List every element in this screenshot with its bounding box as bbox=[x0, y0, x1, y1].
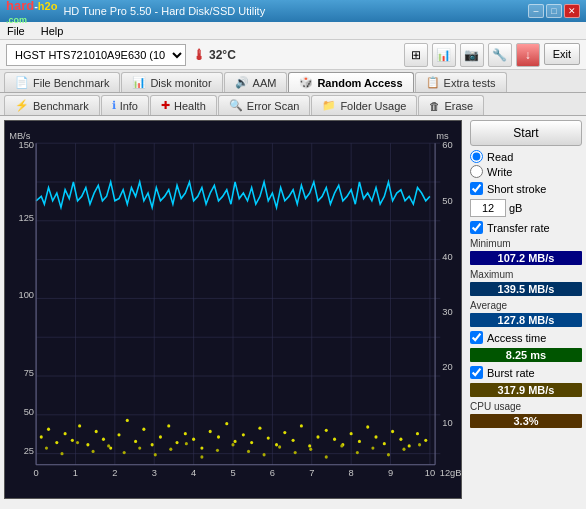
access-time-value: 8.25 ms bbox=[470, 348, 582, 362]
title-bar: hard-h2o.com HD Tune Pro 5.50 - Hard Dis… bbox=[0, 0, 586, 22]
chart-area: 150 125 100 75 50 25 MB/s ms 60 50 40 30… bbox=[4, 120, 462, 499]
icon-btn-3[interactable]: 📷 bbox=[460, 43, 484, 67]
read-radio-label[interactable]: Read bbox=[470, 150, 582, 163]
svg-point-68 bbox=[308, 444, 311, 447]
burst-rate-value: 317.9 MB/s bbox=[470, 383, 582, 397]
svg-text:10: 10 bbox=[425, 467, 435, 478]
burst-rate-label: Burst rate bbox=[487, 367, 535, 379]
read-radio[interactable] bbox=[470, 150, 483, 163]
start-button[interactable]: Start bbox=[470, 120, 582, 146]
average-label: Average bbox=[470, 300, 582, 311]
svg-point-45 bbox=[117, 433, 120, 436]
short-stroke-input[interactable] bbox=[470, 199, 506, 217]
info-icon: ℹ bbox=[112, 99, 116, 112]
read-label: Read bbox=[487, 151, 513, 163]
maximum-label: Maximum bbox=[470, 269, 582, 280]
svg-point-71 bbox=[333, 438, 336, 441]
benchmark-label: Benchmark bbox=[33, 100, 89, 112]
svg-text:20: 20 bbox=[442, 361, 452, 372]
svg-point-41 bbox=[86, 443, 89, 446]
exit-button[interactable]: Exit bbox=[544, 43, 580, 65]
tab-benchmark[interactable]: ⚡ Benchmark bbox=[4, 95, 100, 115]
svg-point-59 bbox=[234, 440, 237, 443]
icon-btn-4[interactable]: 🔧 bbox=[488, 43, 512, 67]
disk-monitor-icon: 📊 bbox=[132, 76, 146, 89]
temperature-value: 32°C bbox=[209, 48, 236, 62]
svg-point-51 bbox=[167, 424, 170, 427]
transfer-rate-label: Transfer rate bbox=[487, 222, 550, 234]
folder-usage-label: Folder Usage bbox=[340, 100, 406, 112]
tab-info[interactable]: ℹ Info bbox=[101, 95, 149, 115]
close-button[interactable]: ✕ bbox=[564, 4, 580, 18]
svg-text:5: 5 bbox=[230, 467, 235, 478]
extra-tests-label: Extra tests bbox=[444, 77, 496, 89]
maximum-section: Maximum 139.5 MB/s bbox=[470, 269, 582, 296]
svg-point-60 bbox=[242, 433, 245, 436]
svg-point-86 bbox=[92, 450, 95, 453]
svg-point-53 bbox=[184, 432, 187, 435]
menu-help[interactable]: Help bbox=[38, 25, 67, 37]
transfer-rate-checkbox[interactable] bbox=[470, 221, 483, 234]
svg-point-42 bbox=[95, 430, 98, 433]
write-radio-label[interactable]: Write bbox=[470, 165, 582, 178]
svg-point-67 bbox=[300, 424, 303, 427]
file-benchmark-label: File Benchmark bbox=[33, 77, 109, 89]
erase-icon: 🗑 bbox=[429, 100, 440, 112]
access-time-checkbox[interactable] bbox=[470, 331, 483, 344]
tab-aam[interactable]: 🔊 AAM bbox=[224, 72, 288, 92]
window-controls: – □ ✕ bbox=[528, 4, 580, 18]
svg-point-90 bbox=[154, 453, 157, 456]
svg-point-57 bbox=[217, 435, 220, 438]
svg-text:4: 4 bbox=[191, 467, 197, 478]
tab-file-benchmark[interactable]: 📄 File Benchmark bbox=[4, 72, 120, 92]
mode-radio-group: Read Write bbox=[470, 150, 582, 178]
tab-error-scan[interactable]: 🔍 Error Scan bbox=[218, 95, 311, 115]
logo-h2o: h2o bbox=[38, 0, 58, 12]
drive-selector[interactable]: HGST HTS721010A9E630 (1000 gB) bbox=[6, 44, 186, 66]
svg-point-35 bbox=[40, 435, 43, 438]
menu-file[interactable]: File bbox=[4, 25, 28, 37]
write-radio[interactable] bbox=[470, 165, 483, 178]
toolbar-icons: ⊞ 📊 📷 🔧 ↓ Exit bbox=[404, 43, 580, 67]
svg-point-80 bbox=[408, 444, 411, 447]
minimize-button[interactable]: – bbox=[528, 4, 544, 18]
svg-point-40 bbox=[78, 424, 81, 427]
average-value: 127.8 MB/s bbox=[470, 313, 582, 327]
svg-point-36 bbox=[47, 428, 50, 431]
svg-point-96 bbox=[247, 450, 250, 453]
burst-rate-checkbox[interactable] bbox=[470, 366, 483, 379]
svg-text:40: 40 bbox=[442, 250, 452, 261]
svg-text:6: 6 bbox=[270, 467, 275, 478]
svg-text:125: 125 bbox=[18, 211, 34, 222]
svg-text:MB/s: MB/s bbox=[9, 129, 30, 140]
access-time-checkbox-row: Access time bbox=[470, 331, 582, 344]
menu-bar: File Help bbox=[0, 22, 586, 40]
svg-point-70 bbox=[325, 429, 328, 432]
svg-text:7: 7 bbox=[309, 467, 314, 478]
tab-folder-usage[interactable]: 📁 Folder Usage bbox=[311, 95, 417, 115]
random-access-label: Random Access bbox=[317, 77, 402, 89]
icon-btn-2[interactable]: 📊 bbox=[432, 43, 456, 67]
icon-btn-5[interactable]: ↓ bbox=[516, 43, 540, 67]
tab-extra-tests[interactable]: 📋 Extra tests bbox=[415, 72, 507, 92]
svg-point-38 bbox=[64, 432, 67, 435]
short-stroke-checkbox[interactable] bbox=[470, 182, 483, 195]
svg-text:0: 0 bbox=[33, 467, 38, 478]
right-panel: Start Read Write Short stroke gB Transfe… bbox=[466, 116, 586, 503]
tab-random-access[interactable]: 🎲 Random Access bbox=[288, 72, 413, 92]
tab-erase[interactable]: 🗑 Erase bbox=[418, 95, 484, 115]
app-logo: hard-h2o.com bbox=[6, 0, 57, 25]
svg-point-84 bbox=[60, 452, 63, 455]
short-stroke-unit: gB bbox=[509, 202, 522, 214]
maximize-button[interactable]: □ bbox=[546, 4, 562, 18]
svg-point-91 bbox=[169, 448, 172, 451]
tab-disk-monitor[interactable]: 📊 Disk monitor bbox=[121, 72, 222, 92]
svg-point-79 bbox=[399, 438, 402, 441]
icon-btn-1[interactable]: ⊞ bbox=[404, 43, 428, 67]
tab-health[interactable]: ✚ Health bbox=[150, 95, 217, 115]
aam-label: AAM bbox=[253, 77, 277, 89]
svg-text:1: 1 bbox=[73, 467, 78, 478]
svg-point-58 bbox=[225, 422, 228, 425]
svg-point-62 bbox=[258, 426, 261, 429]
thermometer-icon: 🌡 bbox=[192, 47, 206, 63]
